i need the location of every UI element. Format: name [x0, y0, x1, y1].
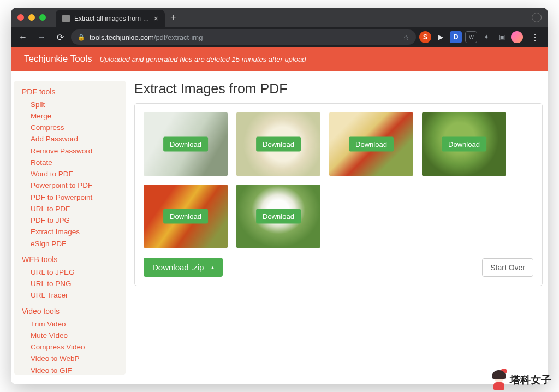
site-notice: Uploaded and generated files are deleted… [99, 55, 306, 63]
download-zip-button[interactable]: Download .zip ▴ [144, 258, 223, 277]
close-window-button[interactable] [17, 14, 24, 21]
watermark-avatar-icon [490, 370, 508, 390]
sidebar-item[interactable]: Mute Video [31, 330, 119, 341]
site-brand[interactable]: Techjunkie Tools [24, 54, 92, 64]
image-thumbnail: Download [236, 112, 320, 176]
sidebar-item[interactable]: Extract Images [31, 227, 119, 238]
content-area: PDF tools SplitMergeCompressAdd Password… [11, 71, 548, 384]
sidebar-item[interactable]: URL to PDF [31, 203, 119, 215]
card-footer: Download .zip ▴ Start Over [144, 258, 533, 277]
profile-avatar[interactable] [511, 31, 523, 43]
sidebar-item[interactable]: Compress Video [31, 342, 119, 353]
sidebar-item[interactable]: Powerpoint to PDF [31, 180, 119, 192]
sidebar-item[interactable]: URL Tracer [31, 290, 119, 301]
results-card: DownloadDownloadDownloadDownloadDownload… [134, 103, 543, 286]
sidebar-item[interactable]: Word to PDF [31, 169, 119, 180]
extension-d-icon[interactable]: D [450, 31, 462, 43]
fullscreen-window-button[interactable] [39, 14, 46, 21]
forward-button[interactable]: → [34, 32, 49, 42]
sidebar-category-video[interactable]: Video tools [22, 306, 119, 317]
watermark-text: 塔科女子 [510, 373, 551, 387]
start-over-button[interactable]: Start Over [482, 258, 533, 277]
image-thumbnail: Download [236, 185, 320, 248]
download-button[interactable]: Download [442, 137, 486, 152]
browser-menu-icon[interactable]: ⋮ [526, 32, 544, 43]
sidebar-item[interactable]: URL to JPEG [31, 266, 119, 278]
download-button[interactable]: Download [163, 209, 208, 224]
download-zip-label: Download .zip [152, 263, 204, 272]
minimize-window-button[interactable] [28, 14, 35, 21]
download-button[interactable]: Download [349, 137, 394, 152]
address-bar[interactable]: 🔒 tools.techjunkie.com/pdf/extract-img ☆ [71, 29, 416, 45]
browser-window: Extract all images from PDF - T × + ← → … [11, 8, 548, 384]
image-thumbnail: Download [144, 185, 228, 248]
back-button[interactable]: ← [15, 32, 31, 42]
image-thumbnail: Download [329, 112, 413, 176]
sidebar-item[interactable]: Merge [31, 110, 119, 122]
sidebar-item[interactable]: PDF to JPG [31, 215, 119, 227]
cast-icon[interactable]: ▣ [496, 31, 508, 43]
sidebar-item[interactable]: Compress [31, 122, 119, 134]
site-header: Techjunkie Tools Uploaded and generated … [11, 47, 548, 71]
sidebar-item[interactable]: URL to PNG [31, 278, 119, 290]
sidebar-item[interactable]: Video to WebP [31, 353, 119, 365]
image-thumbnail: Download [422, 112, 506, 176]
sidebar-item[interactable]: eSign PDF [31, 238, 119, 250]
main-panel: Extract Images from PDF DownloadDownload… [134, 81, 543, 375]
sidebar-item[interactable]: Add Password [31, 134, 119, 145]
thumbnail-grid: DownloadDownloadDownloadDownloadDownload… [144, 112, 533, 248]
download-button[interactable]: Download [256, 209, 301, 224]
extension-w-icon[interactable]: W [465, 31, 477, 43]
watermark: 塔科女子 [490, 370, 551, 390]
sidebar-item[interactable]: Remove Password [31, 145, 119, 157]
account-indicator-icon[interactable] [532, 13, 542, 22]
extension-s-icon[interactable]: S [419, 31, 431, 43]
lock-icon: 🔒 [78, 34, 85, 41]
page-title: Extract Images from PDF [134, 81, 543, 97]
close-tab-icon[interactable]: × [154, 14, 158, 23]
sidebar-item[interactable]: Video to GIF [31, 365, 119, 375]
bookmark-star-icon[interactable]: ☆ [403, 33, 409, 41]
sidebar-category-web[interactable]: WEB tools [22, 254, 119, 265]
caret-up-icon: ▴ [211, 264, 214, 270]
image-thumbnail: Download [144, 112, 228, 176]
new-tab-button[interactable]: + [170, 12, 176, 23]
favicon-icon [62, 15, 70, 22]
window-controls [17, 14, 46, 21]
sidebar-item[interactable]: Trim Video [31, 318, 119, 330]
tab-title: Extract all images from PDF - T [74, 15, 150, 22]
sidebar-category-pdf[interactable]: PDF tools [22, 86, 119, 98]
download-button[interactable]: Download [163, 137, 208, 152]
page-content: Techjunkie Tools Uploaded and generated … [11, 47, 548, 384]
sidebar-item[interactable]: Split [31, 99, 119, 110]
sidebar: PDF tools SplitMergeCompressAdd Password… [14, 81, 126, 375]
sidebar-item[interactable]: Rotate [31, 157, 119, 168]
browser-tab[interactable]: Extract all images from PDF - T × [56, 10, 165, 27]
download-button[interactable]: Download [256, 137, 301, 152]
browser-toolbar: ← → ⟳ 🔒 tools.techjunkie.com/pdf/extract… [11, 27, 548, 47]
reload-button[interactable]: ⟳ [52, 32, 68, 43]
extension-play-icon[interactable]: ▶ [435, 31, 447, 43]
extensions-menu-icon[interactable]: ✦ [480, 31, 492, 43]
titlebar: Extract all images from PDF - T × + [11, 8, 548, 27]
url-host: tools.techjunkie.com/pdf/extract-img [90, 33, 203, 41]
sidebar-item[interactable]: PDF to Powerpoint [31, 192, 119, 203]
